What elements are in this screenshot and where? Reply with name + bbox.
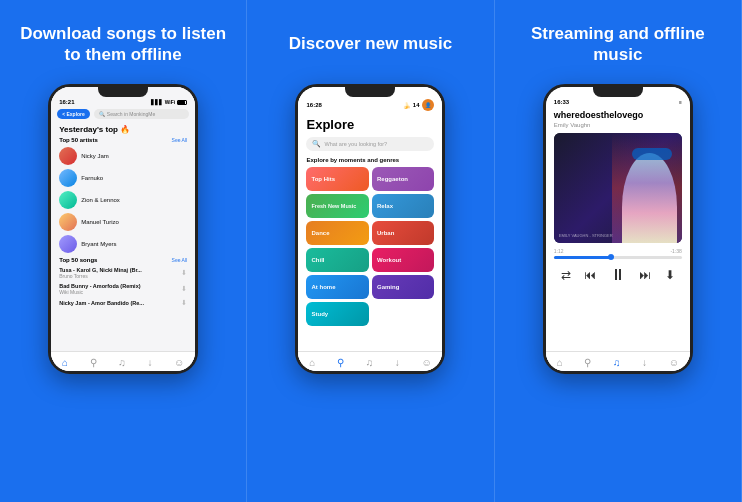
nav-search-3[interactable]: ⚲: [584, 357, 591, 368]
phone-mockup-3: 16:33 ≡ wheredoesthelovego Emily Vaughn …: [543, 84, 693, 374]
progress-fill: [554, 256, 612, 259]
genre-chill[interactable]: Chill: [306, 248, 369, 272]
phone-mockup-1: 16:21 ▋▋▋ WiFi < Explore 🔍 Search in Mon…: [48, 84, 198, 374]
now-playing-artist: Emily Vaughn: [554, 122, 682, 128]
artist-name-3: Zion & Lennox: [81, 197, 120, 203]
progress-bar[interactable]: [554, 256, 682, 259]
banana-count: 14: [413, 102, 420, 108]
artist-row-1[interactable]: Nicky Jam: [59, 147, 187, 165]
song-row-3[interactable]: Nicky Jam - Amor Bandido (Re... ⬇: [59, 299, 187, 307]
battery-icon-1: [177, 100, 187, 105]
download-button[interactable]: ⬇: [665, 268, 675, 282]
artist-row-4[interactable]: Manuel Turizo: [59, 213, 187, 231]
nav-home-2[interactable]: ⌂: [309, 357, 315, 368]
nav-music-3[interactable]: ♫: [613, 357, 621, 368]
artist-name-1: Nicky Jam: [81, 153, 109, 159]
artists-section-header: Top 50 artists See All: [59, 137, 187, 143]
genre-at-home[interactable]: At home: [306, 275, 369, 299]
status-time-2: 16:28: [306, 102, 321, 108]
download-icon-1[interactable]: ⬇: [181, 269, 187, 277]
nav-profile-3[interactable]: ☺: [669, 357, 679, 368]
status-time-3: 16:33: [554, 99, 569, 105]
artist-name-2: Farnuko: [81, 175, 103, 181]
artists-see-all[interactable]: See All: [172, 137, 188, 143]
songs-label: Top 50 songs: [59, 257, 97, 263]
genre-grid: Top Hits Reggaeton Fresh New Music Relax…: [306, 167, 434, 326]
search-bar-1[interactable]: 🔍 Search in MonkingMe: [94, 109, 189, 119]
progress-total: -1:38: [670, 248, 681, 254]
nav-search-2[interactable]: ⚲: [337, 357, 344, 368]
genre-fresh[interactable]: Fresh New Music: [306, 194, 369, 218]
bottom-nav-3: ⌂ ⚲ ♫ ↓ ☺: [546, 351, 690, 371]
progress-dot: [608, 254, 614, 260]
genre-study[interactable]: Study: [306, 302, 369, 326]
nav-search-1[interactable]: ⚲: [90, 357, 97, 368]
artist-name-5: Bryant Myers: [81, 241, 116, 247]
song-row-1[interactable]: Tusa - Karol G, Nicki Minaj (Br... Bruno…: [59, 267, 187, 279]
phone3-content: wheredoesthelovego Emily Vaughn EMILY VA…: [546, 107, 690, 351]
phone-notch-1: [98, 87, 148, 97]
panel-download: Download songs to listen to them offline…: [0, 0, 247, 502]
avatar-1: [59, 147, 77, 165]
avatar-3: [59, 191, 77, 209]
search-bar-2[interactable]: 🔍 What are you looking for?: [306, 137, 434, 151]
avatar-5: [59, 235, 77, 253]
shuffle-button[interactable]: ⇄: [561, 268, 571, 282]
avatar-4: [59, 213, 77, 231]
phone-screen-1: 16:21 ▋▋▋ WiFi < Explore 🔍 Search in Mon…: [51, 87, 195, 371]
status-icons-1: ▋▋▋ WiFi: [151, 99, 188, 105]
yesterday-heading: Yesterday's top 🔥: [59, 125, 187, 134]
genre-top-hits[interactable]: Top Hits: [306, 167, 369, 191]
status-time-1: 16:21: [59, 99, 74, 105]
phone-notch-3: [593, 87, 643, 97]
nav-download-2[interactable]: ↓: [395, 357, 400, 368]
nav-profile-2[interactable]: ☺: [421, 357, 431, 368]
artist-name-4: Manuel Turizo: [81, 219, 119, 225]
download-icon-2[interactable]: ⬇: [181, 285, 187, 293]
pause-button[interactable]: ⏸: [610, 266, 626, 284]
progress-current: 1:12: [554, 248, 564, 254]
album-art: EMILY VAUGHN - STRINGER: [554, 133, 682, 243]
genre-relax[interactable]: Relax: [372, 194, 435, 218]
song-row-2[interactable]: Bad Bunny - Amorfoda (Remix) Wiki Music …: [59, 283, 187, 295]
genres-label: Explore by moments and genres: [306, 157, 434, 163]
nav-download-3[interactable]: ↓: [642, 357, 647, 368]
now-playing-title: wheredoesthelovego: [554, 111, 682, 121]
artists-label: Top 50 artists: [59, 137, 98, 143]
genre-reggaeton[interactable]: Reggaeton: [372, 167, 435, 191]
download-icon-3[interactable]: ⬇: [181, 299, 187, 307]
songs-section-header: Top 50 songs See All: [59, 257, 187, 263]
nav-music-1[interactable]: ♫: [118, 357, 126, 368]
phone-screen-2: 16:28 🍌 14 👤 Explore 🔍 What are you look…: [298, 87, 442, 371]
artist-row-3[interactable]: Zion & Lennox: [59, 191, 187, 209]
genre-urban[interactable]: Urban: [372, 221, 435, 245]
nav-music-2[interactable]: ♫: [366, 357, 374, 368]
explore-screen-title: Explore: [306, 117, 434, 132]
panel-streaming: Streaming and offline music 16:33 ≡ wher…: [495, 0, 742, 502]
bottom-nav-2: ⌂ ⚲ ♫ ↓ ☺: [298, 351, 442, 371]
album-label: EMILY VAUGHN - STRINGER: [559, 233, 613, 238]
phone1-content: Yesterday's top 🔥 Top 50 artists See All…: [51, 121, 195, 351]
phone1-nav: < Explore 🔍 Search in MonkingMe: [51, 107, 195, 121]
panel-title-1: Download songs to listen to them offline: [12, 18, 234, 70]
phone-notch-2: [345, 87, 395, 97]
panel-title-2: Discover new music: [289, 18, 452, 70]
genre-gaming[interactable]: Gaming: [372, 275, 435, 299]
genre-workout[interactable]: Workout: [372, 248, 435, 272]
avatar-2: [59, 169, 77, 187]
panel-title-3: Streaming and offline music: [507, 18, 729, 70]
genre-dance[interactable]: Dance: [306, 221, 369, 245]
artist-row-5[interactable]: Bryant Myers: [59, 235, 187, 253]
nav-download-1[interactable]: ↓: [147, 357, 152, 368]
bottom-nav-1: ⌂ ⚲ ♫ ↓ ☺: [51, 351, 195, 371]
songs-see-all[interactable]: See All: [172, 257, 188, 263]
nav-home-1[interactable]: ⌂: [62, 357, 68, 368]
nav-home-3[interactable]: ⌂: [557, 357, 563, 368]
artist-row-2[interactable]: Farnuko: [59, 169, 187, 187]
nav-profile-1[interactable]: ☺: [174, 357, 184, 368]
next-button[interactable]: ⏭: [639, 268, 651, 282]
prev-button[interactable]: ⏮: [584, 268, 596, 282]
phone2-content: Explore 🔍 What are you looking for? Expl…: [298, 113, 442, 351]
explore-back-btn[interactable]: < Explore: [57, 109, 90, 119]
panel-discover: Discover new music 16:28 🍌 14 👤 Explore …: [247, 0, 494, 502]
